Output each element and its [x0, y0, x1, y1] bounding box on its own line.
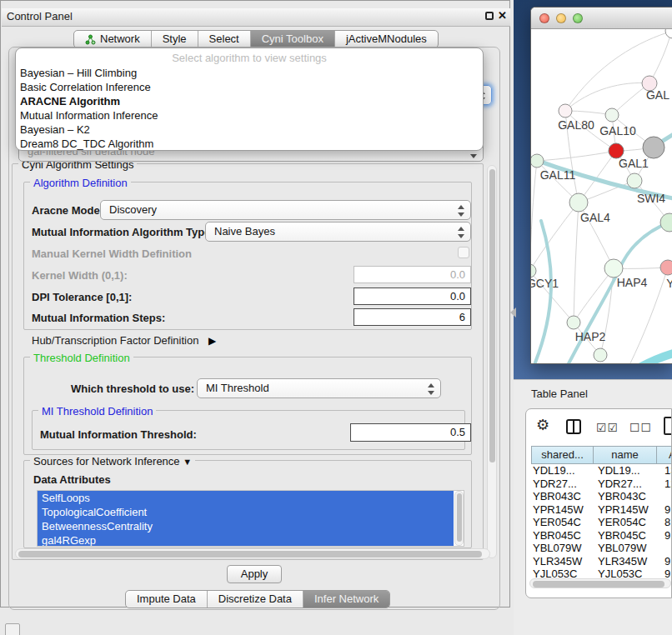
tab-network[interactable]: Network: [74, 31, 151, 48]
scrollbar-thumb[interactable]: [489, 169, 495, 462]
column-layout-icon[interactable]: [566, 419, 581, 434]
network-node[interactable]: [559, 104, 572, 118]
table-window: ⚙ ☑☑ ☐☐ shared... name A YDL19...YDL19..…: [525, 408, 672, 598]
table-cell: YBL079W: [593, 542, 656, 555]
sources-group-title: Sources for Network Inference: [33, 455, 180, 468]
network-node[interactable]: [531, 154, 544, 168]
sources-group-toggle[interactable]: Sources for Network Inference ▼: [30, 455, 195, 468]
popup-item[interactable]: Mutual Information Inference: [16, 108, 483, 122]
dpi-tolerance-field[interactable]: 0.0: [354, 288, 471, 305]
settings-gear-icon[interactable]: ⚙: [536, 416, 549, 434]
table-row[interactable]: YLR345WYLR345W9.: [531, 555, 672, 568]
tab-label: Style: [163, 31, 187, 48]
data-attributes-list[interactable]: SelfLoopsTopologicalCoefficientBetweenne…: [37, 490, 464, 547]
popup-item[interactable]: ARACNE Algorithm: [16, 94, 483, 108]
network-node[interactable]: [665, 29, 672, 38]
control-panel-titlebar[interactable]: [2, 8, 510, 27]
aracne-mode-combo[interactable]: Discovery: [100, 200, 471, 220]
mi-type-combo[interactable]: Naive Bayes: [205, 222, 471, 242]
popup-item[interactable]: Bayesian – K2: [16, 122, 483, 137]
settings-horizontal-scrollbar[interactable]: [15, 548, 490, 559]
network-window-titlebar[interactable]: [531, 8, 672, 29]
close-traffic-light-icon[interactable]: [539, 13, 549, 23]
mi-threshold-field[interactable]: 0.5: [350, 423, 471, 442]
node-label: GAL1: [619, 157, 649, 170]
network-node[interactable]: [660, 260, 672, 275]
table-row[interactable]: YDL19...YDL19...13: [531, 464, 672, 478]
document-icon[interactable]: [664, 417, 672, 435]
scrollbar-thumb[interactable]: [533, 581, 664, 588]
popup-item[interactable]: Dream8 DC_TDC Algorithm: [16, 137, 483, 151]
table-horizontal-scrollbar[interactable]: [529, 578, 671, 588]
settings-vertical-scrollbar[interactable]: [487, 165, 497, 558]
column-header-name[interactable]: name: [593, 446, 657, 464]
combo-arrows-icon: [458, 226, 464, 239]
attribute-list-item[interactable]: BetweennessCentrality: [38, 519, 454, 533]
combo-arrows-icon: [458, 204, 464, 218]
scrollbar-thumb[interactable]: [18, 551, 482, 558]
table-row[interactable]: YBR043CYBR043C: [531, 490, 672, 503]
tab-style[interactable]: Style: [151, 31, 198, 48]
popup-item[interactable]: Bayesian – Hill Climbing: [16, 66, 483, 80]
table-row[interactable]: YER054CYER054C8.: [531, 516, 672, 529]
list-vertical-scrollbar[interactable]: [454, 491, 464, 546]
dpi-tolerance-label: DPI Tolerance [0,1]:: [32, 291, 132, 303]
table-cell: YDL19...: [531, 464, 593, 478]
network-view-window[interactable]: GALGAL80GAL10GAL1GAL11SWI4GAL4GCY1HAP4YH…: [530, 7, 672, 364]
select-all-checkboxes-icon[interactable]: ☑☑: [596, 421, 619, 434]
node-label: SWI4: [637, 192, 665, 205]
network-node[interactable]: [643, 137, 664, 158]
close-icon[interactable]: ✕: [498, 9, 507, 22]
network-node[interactable]: [660, 213, 672, 232]
attribute-list-item[interactable]: SelfLoops: [38, 491, 454, 505]
table-cell: YDR27...: [531, 478, 593, 491]
attribute-list-item[interactable]: TopologicalCoefficient: [38, 505, 454, 519]
float-window-icon[interactable]: [485, 12, 494, 20]
minimize-traffic-light-icon[interactable]: [556, 13, 566, 23]
which-threshold-combo[interactable]: MI Threshold: [197, 378, 441, 398]
column-header-shared-name[interactable]: shared...: [531, 446, 594, 464]
data-attributes-label: Data Attributes: [33, 473, 111, 486]
tab-jactivemnodules[interactable]: jActiveMNodules: [334, 31, 438, 48]
tab-label: Infer Network: [314, 591, 379, 608]
network-node[interactable]: [604, 259, 623, 278]
scrollbar-thumb[interactable]: [457, 493, 462, 542]
tab-discretize-data[interactable]: Discretize Data: [207, 591, 303, 608]
network-node[interactable]: [531, 264, 536, 278]
manual-kernel-checkbox[interactable]: [458, 247, 469, 258]
table-cell: YPR145W: [593, 503, 656, 517]
tab-label: Network: [100, 31, 140, 48]
network-canvas[interactable]: GALGAL80GAL10GAL1GAL11SWI4GAL4GCY1HAP4YH…: [531, 29, 672, 364]
network-icon: [85, 34, 96, 45]
network-node[interactable]: [627, 173, 642, 188]
network-node[interactable]: [569, 193, 588, 212]
network-node[interactable]: [567, 316, 580, 329]
splitter-collapse-icon[interactable]: [510, 308, 516, 318]
table-cell: 9.: [656, 503, 672, 517]
popup-item[interactable]: Basic Correlation Inference: [16, 80, 483, 94]
network-node[interactable]: [605, 108, 619, 122]
tab-cyni-toolbox[interactable]: Cyni Toolbox: [250, 31, 334, 48]
tab-infer-network[interactable]: Infer Network: [303, 591, 389, 608]
table-row[interactable]: YBR045CYBR045C9.: [531, 529, 672, 542]
column-header-partial[interactable]: A: [656, 446, 672, 464]
network-node[interactable]: [594, 348, 607, 362]
zoom-traffic-light-icon[interactable]: [573, 13, 583, 23]
table-row[interactable]: YDR27...YDR27...12: [531, 478, 672, 491]
table-row[interactable]: YBL079WYBL079W: [531, 542, 672, 555]
tab-select[interactable]: Select: [198, 31, 250, 48]
tab-impute-data[interactable]: Impute Data: [126, 591, 207, 608]
mi-steps-field[interactable]: 6: [354, 308, 471, 326]
table-cell: YLR345W: [593, 555, 656, 568]
kernel-width-label: Kernel Width (0,1):: [32, 269, 128, 282]
apply-button[interactable]: Apply: [227, 565, 282, 583]
aracne-mode-label: Aracne Mode:: [32, 204, 103, 217]
kernel-width-field[interactable]: 0.0: [354, 266, 471, 283]
deselect-all-checkboxes-icon[interactable]: ☐☐: [629, 421, 652, 434]
hub-definition-toggle[interactable]: Hub/Transcription Factor Definition ▶: [32, 334, 216, 347]
mi-type-value: Naive Bayes: [214, 225, 275, 238]
minimized-panel-icon[interactable]: [5, 623, 20, 635]
attribute-list-item[interactable]: gal4RGexp: [38, 533, 454, 547]
table-row[interactable]: YPR145WYPR145W9.: [531, 503, 672, 517]
tab-label: jActiveMNodules: [346, 31, 427, 48]
